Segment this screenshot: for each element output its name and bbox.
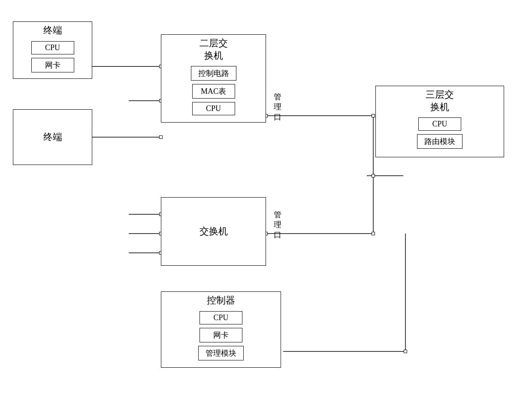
- connector-l3-top: [372, 114, 375, 117]
- terminal1-box: 终端 CPU 网卡: [13, 21, 92, 79]
- network-diagram: 终端 CPU 网卡 终端 二层交 换机 控制电路 MAC表 CPU 交换机 管 …: [0, 0, 532, 420]
- terminal1-title: 终端: [39, 22, 66, 39]
- connector-l3-unnamed: [372, 174, 375, 177]
- layer3switch-routing: 路由模块: [417, 134, 462, 149]
- terminal1-cpu: CPU: [31, 41, 74, 54]
- controller-title: 控制器: [203, 292, 239, 309]
- terminal2-title: 终端: [39, 129, 66, 146]
- layer2switch-cpu: CPU: [192, 102, 235, 115]
- layer3switch-box: 三层交 换机 CPU 路由模块: [375, 86, 504, 157]
- layer2switch-title: 二层交 换机: [195, 35, 232, 64]
- controller-cpu: CPU: [200, 311, 242, 324]
- connector-l3-bot: [404, 350, 407, 353]
- switch-box: 交换机: [161, 197, 266, 266]
- terminal2-box: 终端: [13, 109, 92, 165]
- mgmt-port1-label: 管 理 口: [274, 92, 281, 122]
- connector-l2-bot: [159, 135, 163, 139]
- layer2switch-circuit: 控制电路: [191, 66, 236, 81]
- terminal1-nic: 网卡: [31, 58, 74, 72]
- switch-title: 交换机: [195, 223, 232, 240]
- layer3switch-cpu: CPU: [418, 117, 461, 131]
- layer2switch-mac: MAC表: [192, 84, 235, 99]
- controller-box: 控制器 CPU 网卡 管理模块: [161, 291, 281, 368]
- mgmt-port2-label: 管 理 口: [274, 210, 281, 240]
- layer3switch-title: 三层交 换机: [421, 86, 458, 116]
- connector-l3-mid: [372, 232, 375, 235]
- controller-mgmt: 管理模块: [198, 346, 244, 360]
- layer2switch-box: 二层交 换机 控制电路 MAC表 CPU: [161, 34, 266, 123]
- controller-nic: 网卡: [200, 328, 242, 342]
